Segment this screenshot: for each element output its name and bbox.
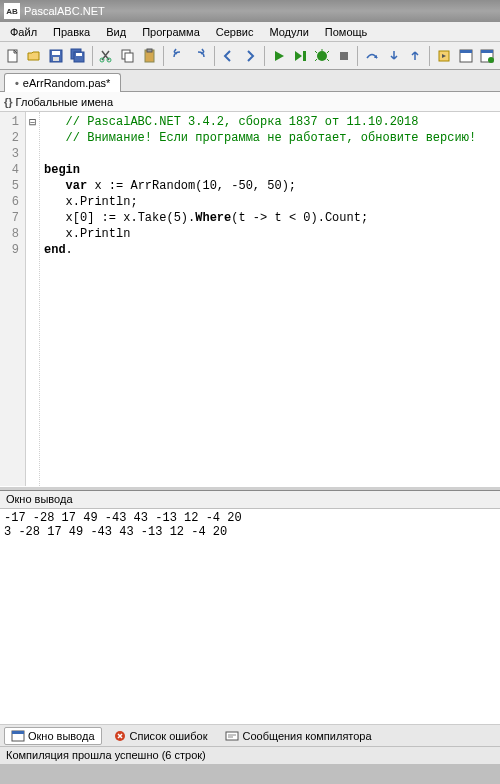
file-tab[interactable]: • eArrRandom.pas*: [4, 73, 121, 92]
copy-icon[interactable]: [118, 46, 138, 66]
run-input-icon[interactable]: [290, 46, 310, 66]
toolbar-separator: [429, 46, 430, 66]
tab-output[interactable]: Окно вывода: [4, 727, 102, 745]
svg-rect-12: [147, 49, 152, 52]
menu-help[interactable]: Помощь: [317, 24, 376, 40]
tab-modified-icon: •: [15, 77, 19, 89]
new-file-icon[interactable]: [3, 46, 23, 66]
brace-icon: {}: [4, 96, 13, 108]
step-out-icon[interactable]: [406, 46, 426, 66]
toolbar-separator: [214, 46, 215, 66]
errors-icon: [113, 730, 127, 742]
svg-rect-3: [53, 57, 59, 61]
globals-dropdown[interactable]: {} Глобальные имена: [0, 92, 500, 112]
run-icon[interactable]: [269, 46, 289, 66]
save-all-icon[interactable]: [68, 46, 88, 66]
globals-label: Глобальные имена: [16, 96, 114, 108]
code-text[interactable]: // PascalABC.NET 3.4.2, сборка 1837 от 1…: [40, 112, 500, 486]
output-icon: [11, 730, 25, 742]
menubar: Файл Правка Вид Программа Сервис Модули …: [0, 22, 500, 42]
app-icon: AB: [4, 3, 20, 19]
compile-icon[interactable]: [434, 46, 454, 66]
stop-icon[interactable]: [334, 46, 354, 66]
status-text: Компиляция прошла успешно (6 строк): [6, 749, 206, 761]
menu-modules[interactable]: Модули: [261, 24, 316, 40]
fold-column[interactable]: ⊟: [26, 112, 40, 486]
code-editor[interactable]: 123456789 ⊟ // PascalABC.NET 3.4.2, сбор…: [0, 112, 500, 486]
menu-edit[interactable]: Правка: [45, 24, 98, 40]
redo-icon[interactable]: [190, 46, 210, 66]
cut-icon[interactable]: [96, 46, 116, 66]
tab-output-label: Окно вывода: [28, 730, 95, 742]
output-title: Окно вывода: [0, 491, 500, 509]
form-designer-icon[interactable]: [456, 46, 476, 66]
step-over-icon[interactable]: [362, 46, 382, 66]
svg-rect-2: [52, 51, 60, 55]
compiler-icon: [225, 730, 239, 742]
toolbar-separator: [163, 46, 164, 66]
save-icon[interactable]: [46, 46, 66, 66]
menu-program[interactable]: Программа: [134, 24, 208, 40]
open-file-icon[interactable]: [25, 46, 45, 66]
svg-rect-20: [481, 50, 493, 53]
svg-rect-23: [12, 731, 24, 734]
debug-icon[interactable]: [312, 46, 332, 66]
svg-rect-13: [303, 51, 306, 61]
svg-point-21: [488, 57, 494, 63]
back-icon[interactable]: [219, 46, 239, 66]
new-form-icon[interactable]: [477, 46, 497, 66]
menu-file[interactable]: Файл: [2, 24, 45, 40]
statusbar: Компиляция прошла успешно (6 строк): [0, 746, 500, 764]
titlebar: AB PascalABC.NET: [0, 0, 500, 22]
paste-icon[interactable]: [140, 46, 160, 66]
svg-rect-18: [460, 50, 472, 53]
toolbar-separator: [357, 46, 358, 66]
toolbar: [0, 42, 500, 70]
tab-compiler[interactable]: Сообщения компилятора: [218, 727, 378, 745]
output-panel[interactable]: -17 -28 17 49 -43 43 -13 12 -4 20 3 -28 …: [0, 509, 500, 724]
toolbar-separator: [92, 46, 93, 66]
step-into-icon[interactable]: [384, 46, 404, 66]
svg-rect-25: [226, 732, 238, 740]
menu-service[interactable]: Сервис: [208, 24, 262, 40]
menu-view[interactable]: Вид: [98, 24, 134, 40]
tabstrip: • eArrRandom.pas*: [0, 70, 500, 92]
undo-icon[interactable]: [168, 46, 188, 66]
svg-rect-10: [125, 53, 133, 62]
tab-compiler-label: Сообщения компилятора: [242, 730, 371, 742]
svg-rect-15: [340, 52, 348, 60]
forward-icon[interactable]: [240, 46, 260, 66]
window-title: PascalABC.NET: [24, 5, 105, 17]
svg-rect-6: [76, 53, 82, 56]
toolbar-separator: [264, 46, 265, 66]
tab-errors-label: Список ошибок: [130, 730, 208, 742]
line-gutter: 123456789: [0, 112, 26, 486]
tab-label: eArrRandom.pas*: [23, 77, 110, 89]
tab-errors[interactable]: Список ошибок: [106, 727, 215, 745]
svg-point-14: [317, 51, 327, 61]
bottom-tabstrip: Окно вывода Список ошибок Сообщения комп…: [0, 724, 500, 746]
